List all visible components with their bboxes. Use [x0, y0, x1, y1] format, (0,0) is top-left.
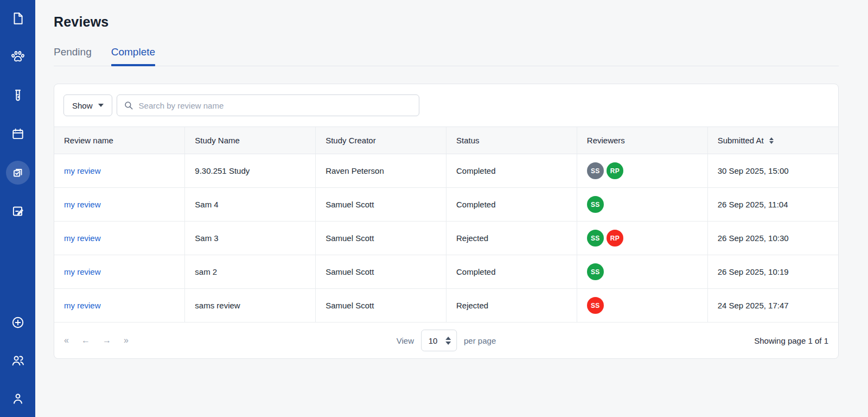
column-header-reviewers: Reviewers [577, 127, 707, 154]
sidebar-item-add[interactable] [6, 311, 30, 334]
review-name-link[interactable]: my review [64, 166, 101, 175]
reviewers-cell: SS [577, 188, 707, 222]
chevron-down-icon [98, 104, 104, 107]
reviewer-avatar: SS [587, 162, 604, 179]
main-content: Reviews Pending Complete Show Review nam… [35, 0, 868, 417]
search-icon [124, 100, 133, 110]
tab-pending[interactable]: Pending [54, 46, 92, 66]
reviewers-cell: SSRP [577, 222, 707, 255]
status-cell: Rejected [446, 222, 577, 255]
reviewer-avatar: RP [607, 162, 623, 179]
reviewers-cell: SS [577, 289, 707, 323]
search-field [117, 94, 419, 116]
study-name-cell: Sam 3 [185, 222, 316, 255]
table-row: my review Sam 3 Samuel Scott Rejected SS… [54, 222, 838, 255]
study-name-cell: sams review [185, 289, 316, 323]
study-creator-cell: Samuel Scott [316, 222, 446, 255]
sidebar-item-profile[interactable] [6, 387, 30, 410]
submitted-at-cell: 26 Sep 2025, 10:19 [707, 255, 838, 289]
document-icon [11, 11, 25, 26]
table-row: my review sam 2 Samuel Scott Completed S… [54, 255, 838, 289]
showing-page-text: Showing page 1 of 1 [754, 336, 828, 345]
column-header-status: Status [446, 127, 577, 154]
study-creator-cell: Samuel Scott [316, 289, 446, 323]
reviews-table: Review name Study Name Study Creator Sta… [54, 127, 838, 323]
sidebar-item-documents[interactable] [6, 7, 30, 30]
per-page-label: per page [464, 336, 496, 345]
table-header-row: Review name Study Name Study Creator Sta… [54, 127, 838, 154]
column-header-study-creator: Study Creator [316, 127, 446, 154]
review-name-link[interactable]: my review [64, 267, 101, 276]
reviewers-cell: SS [577, 255, 707, 289]
submitted-at-cell: 26 Sep 2025, 10:30 [707, 222, 838, 255]
sidebar-item-team[interactable] [6, 349, 30, 372]
table-row: my review 9.30.251 Study Raven Peterson … [54, 154, 838, 188]
page-size-input[interactable] [423, 336, 443, 345]
paw-icon [10, 49, 25, 65]
sidebar-item-animals[interactable] [6, 45, 30, 69]
plus-circle-icon [11, 315, 25, 330]
sidebar-item-lab[interactable] [6, 84, 30, 108]
test-tube-icon [11, 89, 25, 103]
reviews-panel: Show Review name Study Name Study Creato… [54, 84, 839, 359]
sidebar-item-calendar[interactable] [6, 122, 30, 146]
review-name-link[interactable]: my review [64, 200, 101, 209]
prev-page-button[interactable]: ← [81, 336, 90, 345]
review-name-link[interactable]: my review [64, 301, 101, 310]
sidebar-item-notes[interactable] [6, 199, 30, 223]
column-header-submitted-at-label: Submitted At [718, 136, 764, 145]
submitted-at-cell: 24 Sep 2025, 17:47 [707, 289, 838, 323]
team-icon [10, 353, 25, 368]
show-dropdown-button[interactable]: Show [63, 94, 112, 116]
reviewer-avatar: SS [587, 297, 604, 314]
column-header-submitted-at: Submitted At [707, 127, 838, 154]
sidebar-item-reviews[interactable] [6, 161, 30, 185]
sidebar [0, 0, 35, 417]
pagination: « ← → » View per page Showing page 1 of … [54, 323, 838, 358]
page-title: Reviews [54, 14, 839, 30]
edit-note-icon [11, 204, 25, 218]
study-creator-cell: Raven Peterson [316, 154, 446, 188]
page-size-stepper[interactable] [445, 337, 451, 345]
show-dropdown-label: Show [72, 101, 93, 110]
submitted-at-sort-control[interactable]: Submitted At [718, 136, 774, 145]
reviewer-avatar: RP [607, 230, 623, 247]
view-label: View [397, 336, 414, 345]
first-page-button[interactable]: « [64, 336, 69, 345]
submitted-at-cell: 26 Sep 2025, 11:04 [707, 188, 838, 222]
table-row: my review Sam 4 Samuel Scott Completed S… [54, 188, 838, 222]
last-page-button[interactable]: » [124, 336, 129, 345]
search-input[interactable] [117, 94, 419, 116]
submitted-at-cell: 30 Sep 2025, 15:00 [707, 154, 838, 188]
page-size-box [421, 330, 457, 351]
study-creator-cell: Samuel Scott [316, 188, 446, 222]
reviewer-avatar: SS [587, 263, 604, 280]
status-cell: Completed [446, 188, 577, 222]
study-name-cell: 9.30.251 Study [185, 154, 316, 188]
tab-complete[interactable]: Complete [111, 46, 155, 66]
study-name-cell: sam 2 [185, 255, 316, 289]
status-cell: Completed [446, 154, 577, 188]
reviewer-avatar: SS [587, 196, 604, 213]
reviewer-avatar: SS [587, 230, 604, 247]
profile-icon [11, 391, 25, 406]
status-cell: Rejected [446, 289, 577, 323]
review-name-link[interactable]: my review [64, 233, 101, 243]
toolbar: Show [54, 84, 838, 127]
next-page-button[interactable]: → [103, 336, 111, 345]
reviews-check-icon [11, 166, 25, 180]
status-cell: Completed [446, 255, 577, 289]
study-creator-cell: Samuel Scott [316, 255, 446, 289]
column-header-study-name: Study Name [185, 127, 316, 154]
column-header-review-name: Review name [54, 127, 185, 154]
tabs: Pending Complete [54, 46, 839, 66]
sort-icon [769, 137, 774, 144]
study-name-cell: Sam 4 [185, 188, 316, 222]
calendar-icon [11, 127, 25, 141]
reviewers-cell: SSRP [577, 154, 707, 188]
table-row: my review sams review Samuel Scott Rejec… [54, 289, 838, 323]
